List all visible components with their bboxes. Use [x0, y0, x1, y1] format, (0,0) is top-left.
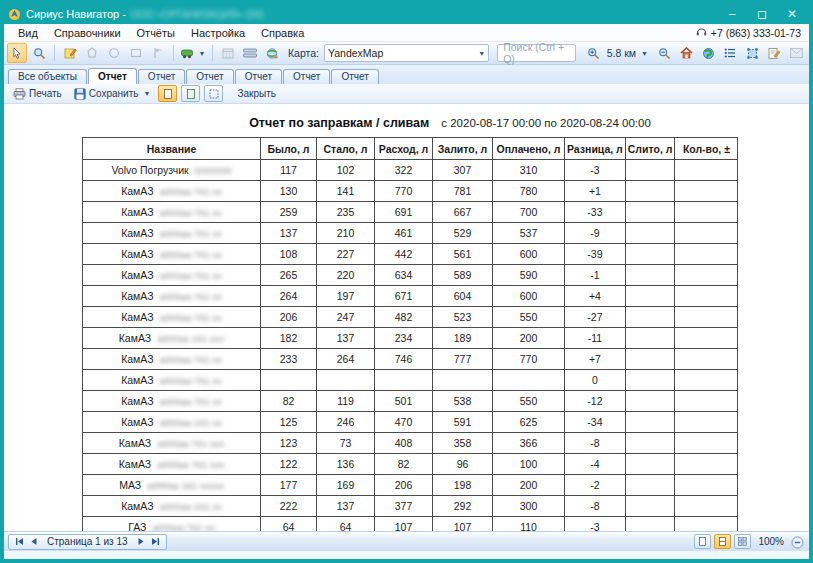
chevron-down-icon[interactable]: ▼: [641, 50, 648, 57]
value-cell: 233: [261, 349, 317, 370]
value-cell: 777: [433, 349, 493, 370]
road-icon[interactable]: [240, 43, 260, 63]
table-header-row: НазваниеБыло, лСтало, лРасход, лЗалито, …: [83, 138, 738, 160]
first-page-icon[interactable]: [13, 536, 25, 547]
fit-width-icon: [719, 537, 726, 546]
zoom-minus-icon[interactable]: [791, 535, 805, 549]
value-cell: 265: [261, 265, 317, 286]
value-cell: -33: [565, 202, 626, 223]
tab-report-1[interactable]: Отчет: [88, 68, 137, 84]
rect-icon[interactable]: [126, 43, 146, 63]
vehicle-name-cell: КамАЗa000aa 761 xxx: [83, 454, 261, 475]
menu-item-4[interactable]: Справка: [253, 26, 312, 40]
menu-item-2[interactable]: Отчёты: [129, 26, 183, 40]
next-page-icon[interactable]: [135, 536, 147, 547]
prev-page-icon[interactable]: [28, 536, 40, 547]
minimize-icon[interactable]: –: [717, 6, 747, 23]
page-setup-button[interactable]: [158, 85, 177, 102]
value-cell: 358: [433, 433, 493, 454]
menu-item-3[interactable]: Настройка: [183, 26, 253, 40]
value-cell: 117: [261, 160, 317, 181]
window-title: Сириус Навигатор -: [26, 8, 126, 20]
value-cell: [625, 370, 675, 391]
search-input[interactable]: Поиск (Ctrl + Q): [497, 44, 576, 62]
value-cell: [675, 433, 738, 454]
pointer-icon[interactable]: [7, 43, 27, 63]
polygon-icon[interactable]: [82, 43, 102, 63]
value-cell: 780: [493, 181, 565, 202]
value-cell: -39: [565, 244, 626, 265]
last-page-icon[interactable]: [150, 536, 162, 547]
zoom-in-icon[interactable]: [584, 43, 604, 63]
multi-page-view-button[interactable]: [734, 534, 751, 549]
toolbar-separator: [173, 45, 174, 61]
value-cell: 300: [493, 496, 565, 517]
fit-page-button[interactable]: [204, 85, 223, 102]
map-select[interactable]: YandexMap ▼: [324, 44, 489, 62]
value-cell: 96: [433, 454, 493, 475]
single-page-view-button[interactable]: [694, 534, 711, 549]
fit-width-view-button[interactable]: [714, 534, 731, 549]
vehicle-name-cell: Volvo Погрузчик0000000: [83, 160, 261, 181]
value-cell: -8: [565, 433, 626, 454]
print-label: Печать: [29, 88, 62, 99]
value-cell: 102: [317, 160, 375, 181]
main-toolbar: ▼ Карта: YandexMap ▼ Поиск (Ctrl + Q) 5.…: [4, 42, 809, 65]
value-cell: 770: [493, 349, 565, 370]
toolbar-separator: [212, 45, 213, 61]
fit-selection-icon[interactable]: [742, 43, 762, 63]
value-cell: 100: [493, 454, 565, 475]
vehicle-name-cell: КамАЗa000aa 761 xx: [83, 391, 261, 412]
value-cell: -3: [565, 160, 626, 181]
flag-icon[interactable]: [148, 43, 168, 63]
menu-item-1[interactable]: Справочники: [46, 26, 129, 40]
tab-report-2[interactable]: Отчет: [138, 69, 185, 84]
maximize-icon[interactable]: ◻: [747, 6, 777, 23]
tab-report-3[interactable]: Отчет: [186, 69, 233, 84]
table-row: КамАЗa000aa 761 xx137210461529537-9: [83, 223, 738, 244]
legend-list-icon[interactable]: [720, 43, 740, 63]
close-icon[interactable]: ✕: [777, 6, 807, 23]
value-cell: -34: [565, 412, 626, 433]
zoom-out-icon[interactable]: [654, 43, 674, 63]
table-row: КамАЗa000aa 761 xx130141770781780+1: [83, 181, 738, 202]
edit-map-icon[interactable]: [60, 43, 80, 63]
circle-icon[interactable]: [104, 43, 124, 63]
value-cell: 122: [261, 454, 317, 475]
page-view-button[interactable]: [181, 85, 200, 102]
redacted-plate: a000aa 161 xx: [160, 417, 222, 428]
value-cell: 137: [317, 328, 375, 349]
tab-report-4[interactable]: Отчет: [235, 69, 282, 84]
value-cell: 671: [375, 286, 433, 307]
vehicle-name-cell: КамАЗa000aa 761 xx: [83, 223, 261, 244]
message-icon[interactable]: [786, 43, 806, 63]
table-row: КамАЗa000aa 761 xx0: [83, 370, 738, 391]
globe-export-icon[interactable]: [262, 43, 282, 63]
value-cell: [675, 349, 738, 370]
menu-item-0[interactable]: Вид: [10, 26, 46, 40]
edit-note-icon[interactable]: [764, 43, 784, 63]
value-cell: [675, 412, 738, 433]
tab-all-objects[interactable]: Все объекты: [8, 69, 87, 84]
calendar-icon[interactable]: [218, 43, 238, 63]
tab-report-5[interactable]: Отчет: [283, 69, 330, 84]
redacted-plate: 0000000: [195, 165, 232, 176]
globe-icon[interactable]: [698, 43, 718, 63]
vehicle-name-cell: КамАЗa000aa 761 xx: [83, 202, 261, 223]
save-button[interactable]: Сохранить ▼: [70, 87, 155, 101]
vehicle-name-cell: КамАЗa000aa 761 xx: [83, 307, 261, 328]
close-report-button[interactable]: Закрыть: [233, 87, 280, 100]
home-icon[interactable]: [676, 43, 696, 63]
value-cell: 64: [317, 517, 375, 532]
vehicle-icon[interactable]: ▼: [179, 43, 207, 63]
redacted-plate: a000aa 761 xx: [152, 522, 214, 531]
tab-report-6[interactable]: Отчет: [331, 69, 378, 84]
map-scale-value[interactable]: 5.8 км: [607, 47, 636, 59]
zoom-icon[interactable]: [29, 43, 49, 63]
print-button[interactable]: Печать: [9, 87, 66, 101]
value-cell: [433, 370, 493, 391]
vehicle-name-cell: КамАЗa000aa 161 xx: [83, 412, 261, 433]
value-cell: 310: [493, 160, 565, 181]
value-cell: 501: [375, 391, 433, 412]
value-cell: -4: [565, 454, 626, 475]
